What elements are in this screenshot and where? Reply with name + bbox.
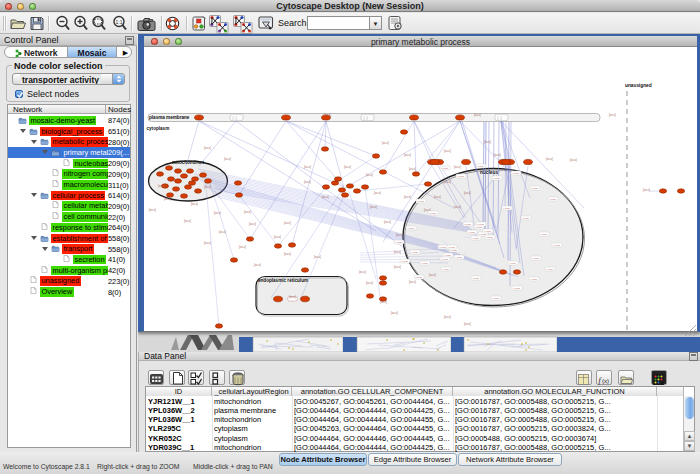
svg-text:[xx-x]: [xx-x] (382, 141, 389, 145)
svg-text:[xx-x]: [xx-x] (643, 188, 650, 192)
svg-text:[xx-x]: [xx-x] (249, 222, 256, 226)
svg-text:[xx-x]: [xx-x] (344, 165, 351, 169)
svg-text:Yxx00: Yxx00 (464, 223, 472, 226)
svg-text:Yxx00: Yxx00 (509, 262, 517, 265)
svg-text:Yxx00: Yxx00 (417, 200, 425, 203)
svg-text:[xx-x]: [xx-x] (374, 191, 381, 195)
svg-text:plasma membrane: plasma membrane (149, 115, 190, 120)
svg-text:Yxx00: Yxx00 (468, 231, 476, 234)
svg-text:[xx-x]: [xx-x] (366, 281, 373, 285)
svg-text:Yxx00: Yxx00 (503, 207, 511, 210)
svg-text:[xx-x]: [xx-x] (304, 165, 311, 169)
svg-text:Yxx00: Yxx00 (530, 278, 538, 281)
svg-text:[...]: [...] (498, 116, 502, 120)
svg-text:[xx-x]: [xx-x] (214, 211, 221, 215)
svg-text:[xx-x]: [xx-x] (494, 153, 501, 157)
svg-text:[xx-x]: [xx-x] (429, 273, 436, 277)
svg-text:(x): (x) (602, 377, 609, 383)
svg-text:Yxx00: Yxx00 (475, 226, 483, 229)
svg-text:[xx-x]: [xx-x] (304, 180, 311, 184)
svg-text:[xx-x]: [xx-x] (254, 263, 261, 267)
svg-text:[xx-x]: [xx-x] (394, 265, 401, 269)
svg-text:[xx-x]: [xx-x] (324, 113, 331, 117)
svg-text:[xx-x]: [xx-x] (384, 220, 391, 224)
svg-text:nucleus: nucleus (480, 170, 498, 175)
svg-text:[xx-x]: [xx-x] (409, 167, 416, 171)
svg-text:Yxx00: Yxx00 (477, 223, 485, 226)
svg-text:[xx-x]: [xx-x] (380, 300, 387, 304)
svg-text:[xx-x]: [xx-x] (359, 270, 366, 274)
svg-text:Yxx00: Yxx00 (546, 268, 554, 271)
svg-text:[xx-x]: [xx-x] (158, 184, 165, 188)
svg-text:[xx-x]: [xx-x] (434, 195, 441, 199)
svg-text:Yxx00: Yxx00 (477, 165, 485, 168)
svg-text:[xx-x]: [xx-x] (404, 195, 411, 199)
svg-text:[xx-x]: [xx-x] (570, 158, 577, 162)
svg-text:[xx-x]: [xx-x] (546, 157, 553, 161)
svg-text:Yxx00: Yxx00 (421, 262, 429, 265)
svg-text:Yxx00: Yxx00 (512, 172, 520, 175)
svg-text:[xx-x]: [xx-x] (244, 210, 251, 214)
svg-text:cytoplasm: cytoplasm (147, 126, 170, 131)
svg-text:[xx-x]: [xx-x] (284, 221, 291, 225)
svg-text:[xx-x]: [xx-x] (164, 197, 171, 201)
svg-text:[xx-x]: [xx-x] (444, 180, 451, 184)
svg-text:Yxx00: Yxx00 (486, 236, 494, 239)
svg-text:Yxx00: Yxx00 (472, 237, 480, 240)
svg-text:Yxx00: Yxx00 (493, 177, 501, 180)
svg-text:[xx-x]: [xx-x] (204, 146, 211, 150)
svg-text:[xx-x]: [xx-x] (289, 295, 296, 299)
svg-text:[xx-x]: [xx-x] (284, 252, 291, 256)
svg-text:Yxx00: Yxx00 (540, 233, 548, 236)
svg-text:[xx-x]: [xx-x] (314, 255, 321, 259)
svg-text:[xx-x]: [xx-x] (239, 245, 246, 249)
svg-text:[xx-x]: [xx-x] (454, 205, 461, 209)
svg-text:Yxx00: Yxx00 (472, 277, 480, 280)
svg-text:[xx-x]: [xx-x] (370, 205, 377, 209)
svg-text:[xx-x]: [xx-x] (224, 157, 231, 161)
svg-text:Yxx00: Yxx00 (553, 244, 561, 247)
svg-text:[xx-x]: [xx-x] (474, 113, 481, 117)
svg-text:Yxx00: Yxx00 (429, 212, 437, 215)
svg-text:[xx-x]: [xx-x] (404, 153, 411, 157)
svg-text:Yxx00: Yxx00 (411, 251, 419, 254)
svg-text:Yxx00: Yxx00 (441, 167, 449, 170)
svg-text:mitochondrion: mitochondrion (172, 160, 204, 165)
svg-text:[xx-x]: [xx-x] (204, 241, 211, 245)
svg-text:[xx-x]: [xx-x] (184, 219, 191, 223)
svg-text:Yxx00: Yxx00 (549, 198, 557, 201)
svg-text:Yxx00: Yxx00 (450, 249, 458, 252)
svg-text:Yxx00: Yxx00 (442, 268, 450, 271)
svg-text:[xx-x]: [xx-x] (444, 149, 451, 153)
svg-text:[xx-x]: [xx-x] (444, 315, 451, 319)
svg-text:Yxx00: Yxx00 (395, 241, 403, 244)
svg-text:Yxx00: Yxx00 (415, 276, 423, 279)
svg-text:[xx-x]: [xx-x] (464, 191, 471, 195)
svg-text:[...]: [...] (364, 116, 368, 120)
svg-text:[xx-x]: [xx-x] (322, 195, 329, 199)
svg-text:unassigned: unassigned (625, 83, 652, 88)
svg-text:[xx-x]: [xx-x] (464, 322, 471, 326)
svg-text:Yxx00: Yxx00 (457, 175, 465, 178)
svg-text:Yxx00: Yxx00 (531, 187, 539, 190)
svg-text:[xx-x]: [xx-x] (409, 280, 416, 284)
svg-text:[xx-x]: [xx-x] (609, 113, 616, 117)
svg-text:[xx-x]: [xx-x] (274, 235, 281, 239)
svg-text:[xx-x]: [xx-x] (454, 165, 461, 169)
svg-text:Yxx00: Yxx00 (513, 287, 521, 290)
svg-text:[xx-x]: [xx-x] (149, 208, 156, 212)
svg-text:Yxx00: Yxx00 (522, 217, 530, 220)
svg-text:[xx-x]: [xx-x] (366, 173, 373, 177)
svg-text:Yxx00: Yxx00 (448, 246, 456, 249)
svg-text:[xx-x]: [xx-x] (219, 230, 226, 234)
svg-text:Yxx00: Yxx00 (401, 260, 409, 263)
svg-text:Yxx00: Yxx00 (532, 257, 540, 260)
svg-text:[xx-x]: [xx-x] (391, 311, 398, 315)
svg-text:Yxx00: Yxx00 (455, 256, 463, 259)
svg-text:[...]: [...] (233, 116, 237, 120)
svg-text:Yxx00: Yxx00 (444, 254, 452, 257)
svg-text:[xx-x]: [xx-x] (204, 185, 211, 189)
svg-text:[xx-x]: [xx-x] (396, 233, 403, 237)
svg-text:[xx-x]: [xx-x] (191, 202, 198, 206)
svg-text:Yxx00: Yxx00 (484, 230, 492, 233)
